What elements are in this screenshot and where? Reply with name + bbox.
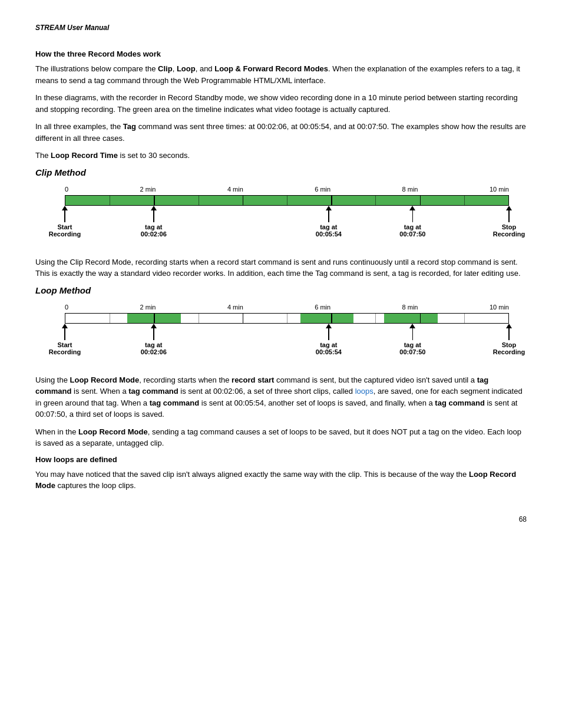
loop-label-2min: 2 min xyxy=(140,304,156,311)
loop-label-8min: 8 min xyxy=(402,304,418,311)
clip-label-6min: 6 min xyxy=(315,186,330,193)
clip-arrow-label-tag2: tag at00:05:54 xyxy=(316,223,342,238)
section-para3: In all three examples, the Tag command w… xyxy=(35,121,527,144)
clip-arrow-label-stop: StopRecording xyxy=(493,223,525,238)
section-heading-record-modes: How the three Record Modes work xyxy=(35,50,527,58)
clip-arrow-label-start: StartRecording xyxy=(49,223,81,238)
loop-label-6min: 6 min xyxy=(315,304,330,311)
clip-label-2min: 2 min xyxy=(140,186,156,193)
section-para1: The illustrations below compare the Clip… xyxy=(35,63,527,86)
page-header: STREAM User Manual xyxy=(35,24,527,32)
loop-arrow-label-tag1: tag at00:02:06 xyxy=(141,341,167,355)
clip-diagram: 0 2 min 4 min 6 min 8 min 10 min xyxy=(35,186,527,245)
loop-arrow-label-tag2: tag at00:05:54 xyxy=(316,341,342,355)
clip-label-0: 0 xyxy=(65,186,68,193)
loop-diagram: 0 2 min 4 min 6 min 8 min 10 min xyxy=(35,304,527,363)
loops-link[interactable]: loops xyxy=(355,387,373,396)
loop-method-title: Loop Method xyxy=(35,285,527,295)
section-para2: In these diagrams, with the recorder in … xyxy=(35,92,527,115)
how-loops-para: You may have noticed that the saved clip… xyxy=(35,469,527,492)
clip-arrow-label-tag1: tag at00:02:06 xyxy=(141,223,167,238)
loop-label-0: 0 xyxy=(65,304,68,311)
page-number: 68 xyxy=(35,515,527,523)
loop-arrow-label-tag3: tag at00:07:50 xyxy=(399,341,425,355)
loop-label-10min: 10 min xyxy=(490,304,509,311)
clip-method-title: Clip Method xyxy=(35,167,527,177)
loop-arrow-label-stop: StopRecording xyxy=(493,341,525,355)
how-loops-heading: How loops are defined xyxy=(35,455,527,464)
loop-arrow-label-start: StartRecording xyxy=(49,341,81,355)
clip-label-4min: 4 min xyxy=(227,186,243,193)
clip-arrow-label-tag3: tag at00:07:50 xyxy=(399,223,425,238)
clip-description: Using the Clip Record Mode, recording st… xyxy=(35,256,527,279)
clip-label-8min: 8 min xyxy=(402,186,418,193)
loop-description-para2: When in the Loop Record Mode, sending a … xyxy=(35,426,527,449)
section-para4: The Loop Record Time is set to 30 second… xyxy=(35,150,527,162)
loop-label-4min: 4 min xyxy=(227,304,243,311)
loop-description-para1: Using the Loop Record Mode, recording st… xyxy=(35,374,527,420)
clip-label-10min: 10 min xyxy=(490,186,509,193)
